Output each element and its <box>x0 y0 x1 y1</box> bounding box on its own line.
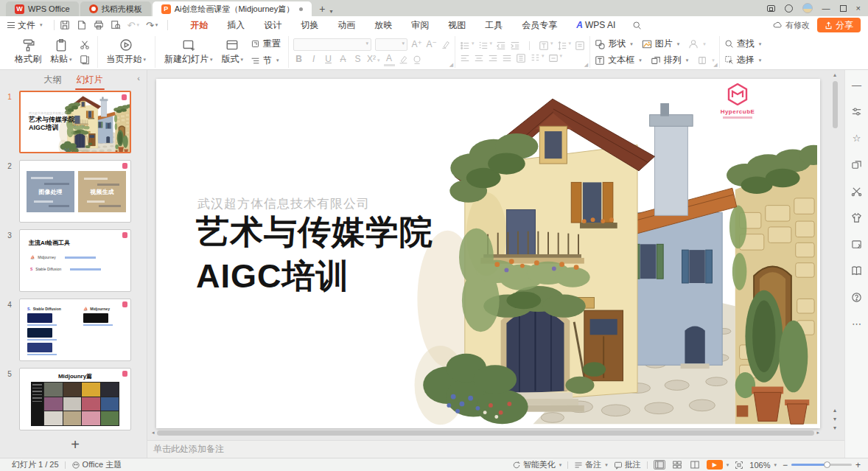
reset-button[interactable]: 重置 <box>251 38 281 50</box>
font-family-select[interactable] <box>293 38 371 51</box>
text-effects-icon[interactable] <box>412 55 422 65</box>
zoom-slider[interactable]: − + <box>783 460 861 470</box>
zoom-level[interactable]: 106%▾ <box>749 461 777 470</box>
format-painter-button[interactable]: 格式刷 <box>10 38 46 66</box>
hscroll-thumb[interactable] <box>157 430 815 436</box>
shapes-button[interactable]: 形状▾ <box>595 38 633 50</box>
merge-shapes-button[interactable]: ▾ <box>697 55 715 66</box>
tab-docer-templates[interactable]: 找稻壳模板 <box>80 1 151 16</box>
bold-button[interactable]: B <box>293 54 304 65</box>
reading-view-button[interactable] <box>689 460 701 470</box>
zoom-in-button[interactable]: + <box>855 460 861 470</box>
clear-format-icon[interactable] <box>441 40 450 49</box>
slide-thumbnail-1[interactable]: 1 武汉超方体信息技术有限公司 艺术与传媒学院AIGC培训 <box>0 91 147 153</box>
sync-status[interactable]: 有修改 <box>773 20 810 31</box>
new-slide-button[interactable]: 新建幻灯片▾ <box>160 38 217 66</box>
align-left-button[interactable] <box>460 53 470 63</box>
design-assets-icon[interactable] <box>851 158 863 170</box>
minimize-button[interactable]: — <box>822 4 830 13</box>
tab-current-document[interactable]: P Ai创意绘画课堂（Midjourney篇） <box>153 1 312 16</box>
resources-star-icon[interactable]: ☆ <box>851 132 863 144</box>
print-icon[interactable] <box>94 20 104 30</box>
ribbon-tab-home[interactable]: 开始 <box>181 16 217 35</box>
numbering-button[interactable]: ▾ <box>478 41 493 51</box>
ribbon-tab-member[interactable]: 会员专享 <box>512 16 567 35</box>
ribbon-tab-wps-ai[interactable]: AWPS AI <box>567 17 625 33</box>
save-icon[interactable] <box>60 20 70 30</box>
slide-editor[interactable]: 武汉超方体信息技术有限公司 艺术与传媒学院 AIGC培训 HypercubE <box>156 79 820 428</box>
prev-slide-icon[interactable]: ▴ <box>833 407 836 414</box>
slide-sorter-view-button[interactable] <box>671 460 683 470</box>
slide-thumbnail-3[interactable]: 3 主流AI绘画工具 ⛵ Midjourney S Stable Diffusi… <box>0 229 147 292</box>
crop-tools-icon[interactable] <box>851 185 863 197</box>
justify-button[interactable] <box>502 53 512 63</box>
scroll-left-icon[interactable]: ◂ <box>152 430 155 436</box>
theme-indicator[interactable]: Office 主题 <box>71 459 122 470</box>
layout-button[interactable]: 版式▾ <box>217 38 248 66</box>
output-icon[interactable] <box>77 20 87 30</box>
user-avatar[interactable] <box>802 3 813 13</box>
ribbon-search[interactable] <box>632 21 642 30</box>
highlight-color-icon[interactable] <box>399 55 408 64</box>
print-preview-icon[interactable] <box>111 20 121 30</box>
slideshow-play-button[interactable]: ▶▾ <box>707 460 729 470</box>
fit-slide-button[interactable] <box>735 461 743 470</box>
ribbon-tab-insert[interactable]: 插入 <box>217 16 254 35</box>
global-services-icon[interactable] <box>785 4 793 13</box>
tab-wps-home[interactable]: W WPS Office <box>6 1 79 16</box>
normal-view-button[interactable] <box>654 460 665 470</box>
ribbon-tab-view[interactable]: 视图 <box>438 16 475 35</box>
comments-button[interactable]: 批注 <box>614 459 641 470</box>
scroll-up-icon[interactable]: ▴ <box>830 71 839 78</box>
guide-book-icon[interactable] <box>851 265 863 276</box>
add-slide-button[interactable]: + <box>19 437 131 452</box>
vscroll-thumb[interactable] <box>833 81 838 128</box>
line-spacing-button[interactable]: ▾ <box>557 41 572 51</box>
smart-beautify-button[interactable]: 智能美化▾ <box>512 459 562 470</box>
paragraph-settings-button[interactable] <box>575 41 585 51</box>
panel-collapse-button[interactable]: ‹ <box>137 74 140 83</box>
columns-button[interactable]: ▾ <box>530 53 545 63</box>
scroll-right-icon[interactable]: ▸ <box>816 430 819 436</box>
shadow-button[interactable]: S <box>352 54 363 65</box>
align-center-button[interactable] <box>474 53 484 63</box>
panel-tab-slides[interactable]: 幻灯片 <box>77 74 103 86</box>
picture-button[interactable]: 图片▾ <box>642 38 680 50</box>
section-button[interactable]: 节▾ <box>251 55 281 67</box>
share-button[interactable]: 分享 <box>817 18 861 32</box>
notes-button[interactable]: 备注▾ <box>574 459 608 470</box>
beautify-assistant-icon[interactable] <box>851 238 863 250</box>
font-size-select[interactable] <box>375 38 407 51</box>
slide-thumbnail-4[interactable]: 4 S.Stable Diffusion ⛵Midjourney <box>0 299 147 361</box>
ribbon-tab-animation[interactable]: 动画 <box>328 16 365 35</box>
zoom-knob[interactable] <box>824 461 830 468</box>
ribbon-tab-transition[interactable]: 切换 <box>291 16 328 35</box>
increase-font-button[interactable]: A⁺ <box>411 39 422 50</box>
ribbon-tab-tools[interactable]: 工具 <box>475 16 512 35</box>
arrange-button[interactable]: 排列▾ <box>651 54 689 66</box>
select-button[interactable]: 选择▾ <box>724 54 762 66</box>
ribbon-tab-review[interactable]: 审阅 <box>402 16 438 35</box>
font-color-button[interactable]: A <box>384 53 395 66</box>
more-icon[interactable]: ⋯ <box>851 318 863 329</box>
decrease-font-button[interactable]: A⁻ <box>426 39 437 50</box>
bullets-button[interactable]: ▾ <box>460 41 475 51</box>
tab-list-caret-icon[interactable]: ▾ <box>329 8 332 16</box>
new-tab-button[interactable]: + <box>313 3 329 16</box>
slide-thumbnail-2[interactable]: 2 图像处理 <box>0 160 147 223</box>
ribbon-tab-design[interactable]: 设计 <box>254 16 291 35</box>
paste-button[interactable]: 粘贴▾ <box>46 38 77 66</box>
skin-icon[interactable] <box>851 212 863 223</box>
notes-bar[interactable]: 单击此处添加备注 <box>147 440 844 458</box>
object-properties-icon[interactable] <box>851 105 863 117</box>
find-button[interactable]: 查找▾ <box>724 38 762 50</box>
increase-indent-button[interactable] <box>510 41 520 51</box>
copy-icon[interactable] <box>80 55 90 65</box>
close-button[interactable]: × <box>856 4 861 13</box>
superscript-button[interactable]: X²▾ <box>367 54 380 66</box>
textbox-button[interactable]: 文本框▾ <box>595 54 642 66</box>
text-direction-button[interactable]: ▾ <box>539 41 553 51</box>
horizontal-scrollbar[interactable]: ◂ ▸ <box>152 430 819 436</box>
undo-button[interactable]: ↶▾ <box>127 20 139 31</box>
next-slide-icon[interactable]: ▾ <box>833 416 836 422</box>
